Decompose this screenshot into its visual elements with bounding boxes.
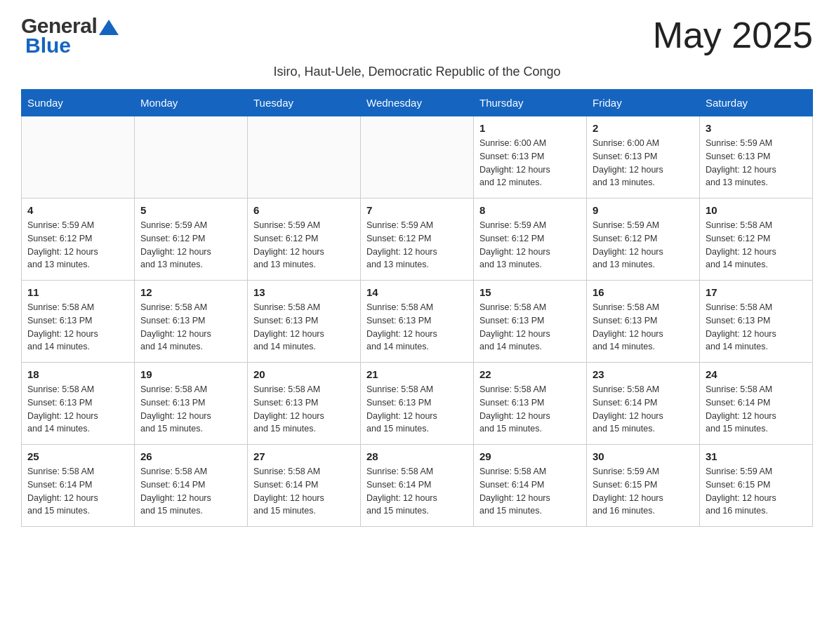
day-info: Sunrise: 5:58 AMSunset: 6:14 PMDaylight:… [706,383,807,436]
calendar-cell [248,116,361,199]
day-number: 31 [706,450,807,462]
day-number: 9 [593,204,694,216]
day-info: Sunrise: 5:58 AMSunset: 6:13 PMDaylight:… [140,301,241,354]
day-number: 11 [27,286,128,298]
day-number: 18 [27,368,128,380]
day-number: 14 [366,286,468,298]
calendar-cell: 12Sunrise: 5:58 AMSunset: 6:13 PMDayligh… [135,281,248,363]
day-info: Sunrise: 5:59 AMSunset: 6:13 PMDaylight:… [706,137,807,189]
calendar-cell: 31Sunrise: 5:59 AMSunset: 6:15 PMDayligh… [700,445,813,527]
calendar-cell: 16Sunrise: 5:58 AMSunset: 6:13 PMDayligh… [587,281,700,363]
calendar-table: SundayMondayTuesdayWednesdayThursdayFrid… [21,89,813,527]
weekday-header-monday: Monday [135,90,248,116]
calendar-week-row: 11Sunrise: 5:58 AMSunset: 6:13 PMDayligh… [22,281,813,363]
day-info: Sunrise: 5:58 AMSunset: 6:14 PMDaylight:… [593,383,694,436]
calendar-cell [22,116,135,199]
day-number: 6 [253,204,355,216]
day-number: 1 [479,122,581,134]
day-number: 27 [253,450,355,462]
day-number: 21 [366,368,468,380]
calendar-cell: 29Sunrise: 5:58 AMSunset: 6:14 PMDayligh… [474,445,587,527]
calendar-cell: 25Sunrise: 5:58 AMSunset: 6:14 PMDayligh… [22,445,135,527]
calendar-cell [361,116,474,199]
header-right: May 2025 [653,14,813,56]
page-header: General Blue May 2025 [21,14,813,58]
calendar-cell: 27Sunrise: 5:58 AMSunset: 6:14 PMDayligh… [248,445,361,527]
calendar-subtitle: Isiro, Haut-Uele, Democratic Republic of… [21,65,813,79]
day-number: 4 [27,204,128,216]
day-info: Sunrise: 5:58 AMSunset: 6:13 PMDaylight:… [27,301,128,354]
day-number: 2 [593,122,694,134]
day-info: Sunrise: 5:58 AMSunset: 6:13 PMDaylight:… [253,383,355,436]
day-number: 20 [253,368,355,380]
day-info: Sunrise: 5:59 AMSunset: 6:15 PMDaylight:… [706,465,807,518]
day-info: Sunrise: 5:58 AMSunset: 6:13 PMDaylight:… [366,301,468,354]
day-info: Sunrise: 5:59 AMSunset: 6:12 PMDaylight:… [253,219,355,271]
logo: General Blue [21,14,119,58]
weekday-header-friday: Friday [587,90,700,116]
calendar-cell: 2Sunrise: 6:00 AMSunset: 6:13 PMDaylight… [587,116,700,199]
calendar-cell: 24Sunrise: 5:58 AMSunset: 6:14 PMDayligh… [700,363,813,445]
day-info: Sunrise: 5:59 AMSunset: 6:12 PMDaylight:… [27,219,128,271]
day-number: 12 [140,286,241,298]
calendar-cell: 20Sunrise: 5:58 AMSunset: 6:13 PMDayligh… [248,363,361,445]
calendar-cell: 26Sunrise: 5:58 AMSunset: 6:14 PMDayligh… [135,445,248,527]
calendar-cell: 10Sunrise: 5:58 AMSunset: 6:12 PMDayligh… [700,199,813,281]
calendar-cell: 8Sunrise: 5:59 AMSunset: 6:12 PMDaylight… [474,199,587,281]
weekday-header-thursday: Thursday [474,90,587,116]
calendar-cell [135,116,248,199]
day-info: Sunrise: 6:00 AMSunset: 6:13 PMDaylight:… [479,137,581,189]
day-number: 17 [706,286,807,298]
day-info: Sunrise: 5:58 AMSunset: 6:14 PMDaylight:… [479,465,581,518]
calendar-cell: 9Sunrise: 5:59 AMSunset: 6:12 PMDaylight… [587,199,700,281]
day-number: 24 [706,368,807,380]
day-info: Sunrise: 5:58 AMSunset: 6:14 PMDaylight:… [140,465,241,518]
day-info: Sunrise: 5:58 AMSunset: 6:12 PMDaylight:… [706,219,807,271]
calendar-cell: 11Sunrise: 5:58 AMSunset: 6:13 PMDayligh… [22,281,135,363]
calendar-cell: 21Sunrise: 5:58 AMSunset: 6:13 PMDayligh… [361,363,474,445]
weekday-header-wednesday: Wednesday [361,90,474,116]
day-info: Sunrise: 5:59 AMSunset: 6:15 PMDaylight:… [593,465,694,518]
day-info: Sunrise: 5:58 AMSunset: 6:14 PMDaylight:… [366,465,468,518]
day-info: Sunrise: 5:59 AMSunset: 6:12 PMDaylight:… [366,219,468,271]
day-number: 8 [479,204,581,216]
calendar-cell: 15Sunrise: 5:58 AMSunset: 6:13 PMDayligh… [474,281,587,363]
day-number: 22 [479,368,581,380]
day-info: Sunrise: 5:58 AMSunset: 6:13 PMDaylight:… [140,383,241,436]
logo-triangle-icon [99,20,119,35]
day-number: 23 [593,368,694,380]
calendar-week-row: 25Sunrise: 5:58 AMSunset: 6:14 PMDayligh… [22,445,813,527]
day-number: 25 [27,450,128,462]
calendar-week-row: 4Sunrise: 5:59 AMSunset: 6:12 PMDaylight… [22,199,813,281]
day-number: 29 [479,450,581,462]
day-info: Sunrise: 5:58 AMSunset: 6:13 PMDaylight:… [706,301,807,354]
calendar-cell: 6Sunrise: 5:59 AMSunset: 6:12 PMDaylight… [248,199,361,281]
day-info: Sunrise: 5:58 AMSunset: 6:14 PMDaylight:… [27,465,128,518]
day-info: Sunrise: 5:58 AMSunset: 6:13 PMDaylight:… [366,383,468,436]
calendar-cell: 18Sunrise: 5:58 AMSunset: 6:13 PMDayligh… [22,363,135,445]
calendar-cell: 1Sunrise: 6:00 AMSunset: 6:13 PMDaylight… [474,116,587,199]
day-number: 7 [366,204,468,216]
day-number: 15 [479,286,581,298]
calendar-week-row: 1Sunrise: 6:00 AMSunset: 6:13 PMDaylight… [22,116,813,199]
calendar-cell: 14Sunrise: 5:58 AMSunset: 6:13 PMDayligh… [361,281,474,363]
day-number: 26 [140,450,241,462]
day-number: 28 [366,450,468,462]
calendar-cell: 4Sunrise: 5:59 AMSunset: 6:12 PMDaylight… [22,199,135,281]
calendar-cell: 13Sunrise: 5:58 AMSunset: 6:13 PMDayligh… [248,281,361,363]
calendar-cell: 22Sunrise: 5:58 AMSunset: 6:13 PMDayligh… [474,363,587,445]
calendar-cell: 7Sunrise: 5:59 AMSunset: 6:12 PMDaylight… [361,199,474,281]
day-info: Sunrise: 5:58 AMSunset: 6:13 PMDaylight:… [479,383,581,436]
weekday-header-row: SundayMondayTuesdayWednesdayThursdayFrid… [22,90,813,116]
weekday-header-saturday: Saturday [700,90,813,116]
day-info: Sunrise: 5:58 AMSunset: 6:13 PMDaylight:… [593,301,694,354]
day-number: 5 [140,204,241,216]
calendar-cell: 5Sunrise: 5:59 AMSunset: 6:12 PMDaylight… [135,199,248,281]
calendar-cell: 28Sunrise: 5:58 AMSunset: 6:14 PMDayligh… [361,445,474,527]
day-info: Sunrise: 5:58 AMSunset: 6:13 PMDaylight:… [27,383,128,436]
day-info: Sunrise: 5:59 AMSunset: 6:12 PMDaylight:… [593,219,694,271]
calendar-week-row: 18Sunrise: 5:58 AMSunset: 6:13 PMDayligh… [22,363,813,445]
weekday-header-tuesday: Tuesday [248,90,361,116]
weekday-header-sunday: Sunday [22,90,135,116]
logo-blue-text: Blue [25,34,71,58]
